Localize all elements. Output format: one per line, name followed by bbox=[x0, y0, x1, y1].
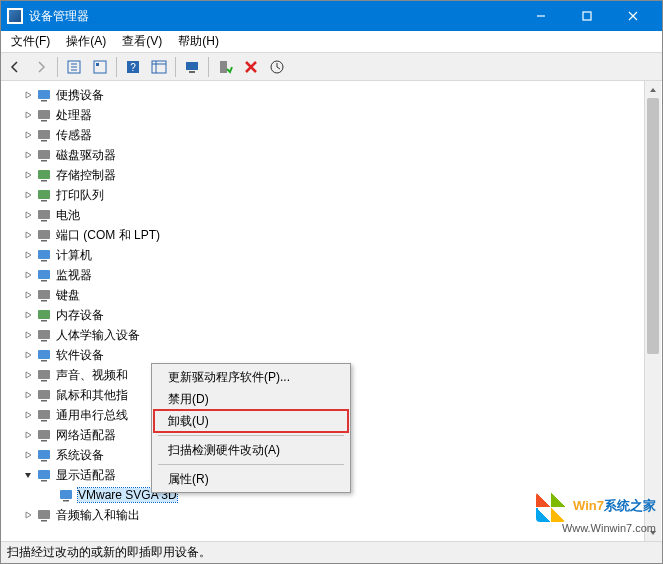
help-button[interactable]: ? bbox=[121, 55, 145, 79]
tree-node[interactable]: 磁盘驱动器 bbox=[4, 145, 642, 165]
svg-rect-34 bbox=[41, 320, 47, 322]
chevron-right-icon[interactable] bbox=[20, 187, 36, 203]
status-bar: 扫描经过改动的或新的即插即用设备。 bbox=[1, 541, 662, 563]
chevron-right-icon[interactable] bbox=[20, 347, 36, 363]
chevron-right-icon[interactable] bbox=[20, 427, 36, 443]
scroll-track[interactable] bbox=[645, 98, 661, 524]
cm-scan[interactable]: 扫描检测硬件改动(A) bbox=[154, 439, 348, 461]
menu-help[interactable]: 帮助(H) bbox=[170, 31, 227, 52]
tree-node[interactable]: 存储控制器 bbox=[4, 165, 642, 185]
svg-rect-8 bbox=[189, 71, 195, 73]
chevron-right-icon[interactable] bbox=[20, 447, 36, 463]
chevron-right-icon[interactable] bbox=[20, 407, 36, 423]
chevron-right-icon[interactable] bbox=[20, 267, 36, 283]
svg-rect-30 bbox=[41, 280, 47, 282]
svg-rect-52 bbox=[63, 500, 69, 502]
toolbar-separator bbox=[116, 57, 117, 77]
tree-node[interactable]: 软件设备 bbox=[4, 345, 642, 365]
device-category-icon bbox=[36, 287, 52, 303]
chevron-right-icon[interactable] bbox=[20, 287, 36, 303]
device-category-icon bbox=[36, 187, 52, 203]
tree-node[interactable]: 人体学输入设备 bbox=[4, 325, 642, 345]
cm-update-driver[interactable]: 更新驱动程序软件(P)... bbox=[154, 366, 348, 388]
chevron-right-icon[interactable] bbox=[20, 207, 36, 223]
svg-rect-40 bbox=[41, 380, 47, 382]
chevron-right-icon[interactable] bbox=[20, 327, 36, 343]
chevron-right-icon[interactable] bbox=[20, 227, 36, 243]
menu-file[interactable]: 文件(F) bbox=[3, 31, 58, 52]
chevron-right-icon[interactable] bbox=[20, 307, 36, 323]
chevron-right-icon[interactable] bbox=[20, 247, 36, 263]
enable-device-button[interactable] bbox=[213, 55, 237, 79]
device-category-icon bbox=[36, 267, 52, 283]
chevron-right-icon[interactable] bbox=[20, 367, 36, 383]
device-category-icon bbox=[36, 327, 52, 343]
chevron-right-icon[interactable] bbox=[20, 167, 36, 183]
tree-node[interactable]: 监视器 bbox=[4, 265, 642, 285]
svg-rect-45 bbox=[38, 430, 50, 439]
menu-view[interactable]: 查看(V) bbox=[114, 31, 170, 52]
scroll-up-button[interactable] bbox=[645, 81, 661, 98]
svg-rect-24 bbox=[41, 220, 47, 222]
tree-node[interactable]: 音频输入和输出 bbox=[4, 505, 642, 525]
svg-rect-44 bbox=[41, 420, 47, 422]
svg-rect-42 bbox=[41, 400, 47, 402]
cm-uninstall[interactable]: 卸载(U) bbox=[154, 410, 348, 432]
tree-node-label: 监视器 bbox=[56, 267, 92, 284]
chevron-right-icon[interactable] bbox=[20, 387, 36, 403]
vertical-scrollbar[interactable] bbox=[644, 81, 661, 541]
tree-node[interactable]: 端口 (COM 和 LPT) bbox=[4, 225, 642, 245]
tree-node-label: 人体学输入设备 bbox=[56, 327, 140, 344]
app-icon bbox=[7, 8, 23, 24]
chevron-right-icon[interactable] bbox=[20, 507, 36, 523]
chevron-down-icon[interactable] bbox=[20, 467, 36, 483]
svg-rect-6 bbox=[152, 61, 166, 73]
svg-rect-29 bbox=[38, 270, 50, 279]
scroll-thumb[interactable] bbox=[647, 98, 659, 354]
tree-node[interactable]: 内存设备 bbox=[4, 305, 642, 325]
menu-action[interactable]: 操作(A) bbox=[58, 31, 114, 52]
device-category-icon bbox=[36, 107, 52, 123]
tree-node-label: 存储控制器 bbox=[56, 167, 116, 184]
svg-rect-19 bbox=[38, 170, 50, 179]
tree-node[interactable]: 处理器 bbox=[4, 105, 642, 125]
cm-disable[interactable]: 禁用(D) bbox=[154, 388, 348, 410]
tree-node-label: 磁盘驱动器 bbox=[56, 147, 116, 164]
device-category-icon bbox=[36, 87, 52, 103]
chevron-right-icon[interactable] bbox=[20, 147, 36, 163]
chevron-right-icon[interactable] bbox=[20, 107, 36, 123]
scroll-down-button[interactable] bbox=[645, 524, 661, 541]
tree-node[interactable]: 电池 bbox=[4, 205, 642, 225]
scan-hardware-button[interactable] bbox=[265, 55, 289, 79]
chevron-right-icon[interactable] bbox=[20, 127, 36, 143]
properties-button[interactable] bbox=[88, 55, 112, 79]
back-button[interactable] bbox=[3, 55, 27, 79]
tree-node[interactable]: 计算机 bbox=[4, 245, 642, 265]
tree-node[interactable]: 传感器 bbox=[4, 125, 642, 145]
disable-device-button[interactable] bbox=[239, 55, 263, 79]
tree-node-label: 通用串行总线 bbox=[56, 407, 128, 424]
svg-rect-28 bbox=[41, 260, 47, 262]
update-driver-button[interactable] bbox=[180, 55, 204, 79]
tree-node-label: 鼠标和其他指 bbox=[56, 387, 128, 404]
svg-rect-43 bbox=[38, 410, 50, 419]
minimize-button[interactable] bbox=[518, 1, 564, 31]
svg-rect-25 bbox=[38, 230, 50, 239]
svg-rect-39 bbox=[38, 370, 50, 379]
tree-node[interactable]: 打印队列 bbox=[4, 185, 642, 205]
cm-properties[interactable]: 属性(R) bbox=[154, 468, 348, 490]
toolbar-separator bbox=[175, 57, 176, 77]
svg-rect-21 bbox=[38, 190, 50, 199]
forward-button[interactable] bbox=[29, 55, 53, 79]
show-hide-tree-button[interactable] bbox=[62, 55, 86, 79]
context-menu: 更新驱动程序软件(P)... 禁用(D) 卸载(U) 扫描检测硬件改动(A) 属… bbox=[151, 363, 351, 493]
svg-rect-14 bbox=[41, 120, 47, 122]
svg-rect-32 bbox=[41, 300, 47, 302]
chevron-right-icon[interactable] bbox=[20, 87, 36, 103]
tree-node[interactable]: 便携设备 bbox=[4, 85, 642, 105]
close-button[interactable] bbox=[610, 1, 656, 31]
maximize-button[interactable] bbox=[564, 1, 610, 31]
tree-node[interactable]: 键盘 bbox=[4, 285, 642, 305]
details-button[interactable] bbox=[147, 55, 171, 79]
svg-rect-0 bbox=[583, 12, 591, 20]
